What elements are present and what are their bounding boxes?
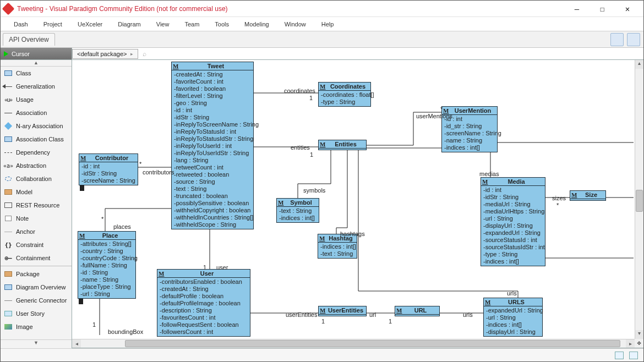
menu-view[interactable]: View bbox=[149, 21, 177, 28]
palette-constraint[interactable]: {}Constraint bbox=[1, 238, 72, 251]
minimize-button[interactable]: — bbox=[564, 1, 590, 17]
menu-team[interactable]: Team bbox=[177, 21, 207, 28]
scroll-left-icon[interactable]: ◂ bbox=[72, 339, 81, 348]
close-button[interactable]: ✕ bbox=[615, 1, 640, 17]
palette-class[interactable]: Class bbox=[1, 67, 72, 80]
palette-association-class[interactable]: Association Class bbox=[1, 133, 72, 146]
menu-uexceler[interactable]: UeXceler bbox=[70, 21, 110, 28]
multiplicity-label: * bbox=[139, 161, 141, 167]
toolbar-icon-2[interactable] bbox=[627, 33, 640, 46]
menu-modeling[interactable]: Modeling bbox=[237, 21, 277, 28]
class-urls[interactable]: MURLS-expandedUrl : String-url : String-… bbox=[483, 298, 543, 337]
multiplicity-label: 1 bbox=[309, 95, 313, 101]
palette-dependency[interactable]: Dependency bbox=[1, 146, 72, 159]
palette-rest-resource[interactable]: REST Resource bbox=[1, 199, 72, 212]
palette-item-label: Image bbox=[16, 323, 33, 330]
vscroll-thumb[interactable] bbox=[636, 190, 643, 212]
palette-containment[interactable]: ⊕—Containment bbox=[1, 251, 72, 265]
palette-image[interactable]: Image bbox=[1, 320, 72, 333]
palette-item-label: Containment bbox=[16, 255, 50, 261]
horizontal-scrollbar[interactable]: ◂ ▸ bbox=[72, 339, 635, 348]
multiplicity-label: 1 bbox=[92, 321, 96, 328]
class-entities[interactable]: MEntities bbox=[318, 140, 367, 150]
model-marker-icon: M bbox=[396, 307, 402, 314]
class-title: Contributor bbox=[95, 155, 128, 161]
relation-label: sizes bbox=[552, 195, 566, 201]
class-size[interactable]: MSize bbox=[570, 190, 606, 201]
app-window: Tweeting - Visual Paradigm Community Edi… bbox=[0, 0, 644, 362]
palette-item-label: Generic Connector bbox=[16, 297, 67, 304]
document-tabbar: API Overview bbox=[1, 31, 643, 48]
class-title: Entities bbox=[335, 141, 357, 147]
palette-anchor[interactable]: Anchor bbox=[1, 225, 72, 238]
breadcrumb-bar: <default package> ▸ ⌕ bbox=[72, 48, 643, 60]
class-attributes: -coordinates : float[]-type : String bbox=[319, 91, 370, 106]
class-userentities[interactable]: MUserEntities bbox=[318, 306, 367, 316]
palette-n-ary-association[interactable]: N-ary Association bbox=[1, 119, 72, 133]
class-hashtag[interactable]: MHashtag-indices : int[]-text : String bbox=[318, 234, 357, 259]
class-contributor[interactable]: MContributor-id : int-idStr : String-scr… bbox=[79, 153, 138, 185]
class-icon bbox=[4, 69, 13, 77]
class-symbol[interactable]: MSymbol-text : String-indices : int[] bbox=[276, 198, 319, 223]
relation-label: medias bbox=[479, 171, 499, 177]
class-media[interactable]: MMedia-id : int-idStr : String-mediaUrl … bbox=[481, 177, 545, 266]
scroll-down-icon[interactable]: ▾ bbox=[635, 330, 643, 339]
vertical-scrollbar[interactable]: ▴ ▾ bbox=[635, 60, 643, 339]
palette-item-label: Class bbox=[16, 70, 31, 76]
palette-abstraction[interactable]: «a»Abstraction bbox=[1, 159, 72, 172]
class-user[interactable]: MUser-contributorsEnabled : boolean-crea… bbox=[157, 269, 250, 337]
palette-user-story[interactable]: User Story bbox=[1, 307, 72, 320]
menu-help[interactable]: Help bbox=[314, 21, 342, 28]
menu-dash[interactable]: Dash bbox=[6, 21, 36, 28]
palette-item-label: Association Class bbox=[16, 136, 64, 142]
palette-scroll-down[interactable]: ▼ bbox=[1, 339, 72, 348]
multiplicity-label: * bbox=[101, 216, 103, 222]
class-url[interactable]: MURL bbox=[395, 306, 440, 316]
status-mail-icon[interactable] bbox=[615, 352, 624, 359]
status-note-icon[interactable] bbox=[629, 352, 638, 359]
palette-generalization[interactable]: Generalization bbox=[1, 80, 72, 93]
class-attributes: -text : String-indices : int[] bbox=[277, 207, 319, 222]
relation-label: entities bbox=[291, 144, 310, 151]
palette-scroll-up[interactable]: ▲ bbox=[1, 60, 72, 67]
hscroll-thumb[interactable] bbox=[125, 340, 620, 347]
menubar: DashProjectUeXcelerDiagramViewTeamToolsM… bbox=[1, 17, 643, 31]
palette-note[interactable]: Note bbox=[1, 212, 72, 225]
palette-package[interactable]: Package bbox=[1, 267, 72, 281]
palette-item-label: Association bbox=[16, 109, 47, 116]
menu-window[interactable]: Window bbox=[277, 21, 314, 28]
palette-generic-connector[interactable]: Generic Connector bbox=[1, 294, 72, 307]
breadcrumb-item[interactable]: <default package> ▸ bbox=[72, 49, 138, 59]
menu-tools[interactable]: Tools bbox=[207, 21, 237, 28]
tab-api-overview[interactable]: API Overview bbox=[3, 33, 55, 46]
palette-cursor[interactable]: Cursor bbox=[1, 48, 72, 60]
class-coordinates[interactable]: MCoordinates-coordinates : float[]-type … bbox=[318, 82, 371, 107]
palette-association[interactable]: Association bbox=[1, 106, 72, 119]
class-tweet[interactable]: MTweet-createdAt : String-favoriteCount … bbox=[171, 62, 254, 229]
relation-label: coordinates bbox=[284, 87, 315, 94]
collab-icon bbox=[4, 175, 13, 183]
class-title: URLS bbox=[508, 299, 525, 305]
palette-collaboration[interactable]: Collaboration bbox=[1, 172, 72, 185]
note-tag-icon bbox=[79, 299, 83, 304]
pan-handle-icon[interactable]: ✥ bbox=[635, 339, 643, 348]
palette-model[interactable]: Model bbox=[1, 185, 72, 199]
menu-diagram[interactable]: Diagram bbox=[110, 21, 149, 28]
model-marker-icon: M bbox=[482, 178, 488, 185]
diagram-canvas[interactable]: MTweet-createdAt : String-favoriteCount … bbox=[72, 60, 635, 339]
scroll-right-icon[interactable]: ▸ bbox=[626, 339, 635, 348]
scroll-up-icon[interactable]: ▴ bbox=[635, 60, 643, 69]
class-place[interactable]: MPlace-attributes : String[]-country : S… bbox=[78, 231, 136, 299]
breadcrumb-search-icon[interactable]: ⌕ bbox=[143, 50, 146, 58]
palette-usage[interactable]: «u»Usage bbox=[1, 93, 72, 106]
toolbar-icon-1[interactable] bbox=[610, 33, 624, 46]
palette-diagram-overview[interactable]: Diagram Overview bbox=[1, 281, 72, 294]
menu-project[interactable]: Project bbox=[36, 21, 70, 28]
relation-label: userEntities bbox=[286, 311, 317, 318]
general-icon bbox=[4, 83, 13, 90]
class-title: UserMention bbox=[455, 107, 492, 114]
multiplicity-label: 1 bbox=[321, 318, 325, 325]
maximize-button[interactable]: ☐ bbox=[590, 1, 615, 17]
relation-label: boundingBox bbox=[108, 328, 143, 335]
multiplicity-label: 1 bbox=[389, 318, 392, 325]
